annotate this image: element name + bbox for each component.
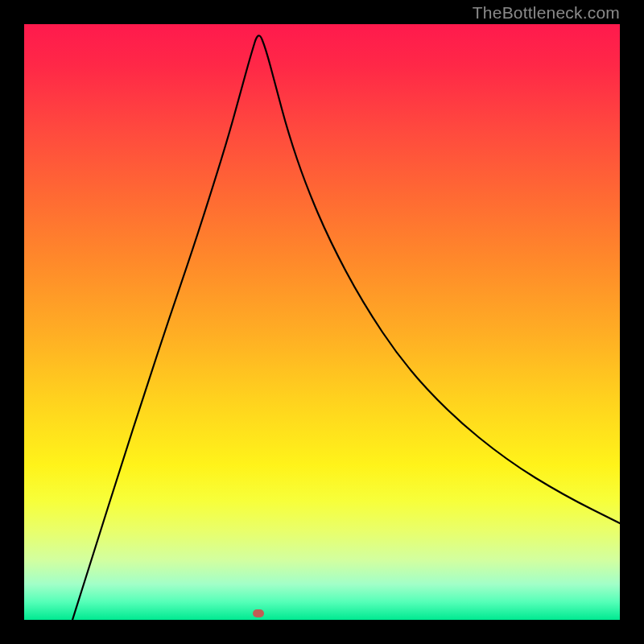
watermark-text: TheBottleneck.com xyxy=(473,3,620,23)
chart-frame: TheBottleneck.com xyxy=(0,0,644,644)
plot-area xyxy=(24,24,620,620)
optimal-point-marker xyxy=(253,609,264,617)
bottleneck-curve xyxy=(24,24,620,620)
